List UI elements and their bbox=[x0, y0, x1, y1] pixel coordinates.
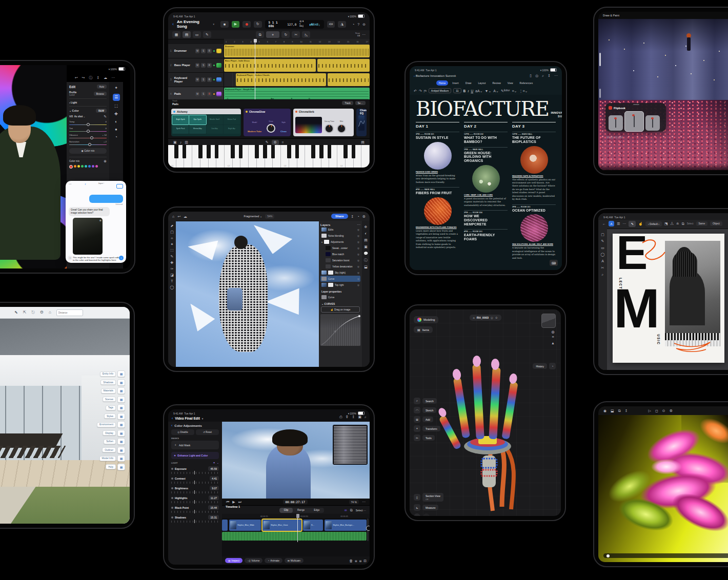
edit-icon[interactable]: ☰ bbox=[113, 94, 120, 101]
flipbook-panel[interactable]: Flipbook bbox=[605, 103, 666, 132]
solo-button[interactable]: S bbox=[201, 92, 206, 96]
record-enable-button[interactable]: R bbox=[207, 63, 212, 68]
layer-row[interactable]: Edits◎ bbox=[320, 226, 360, 233]
drag-handle[interactable] bbox=[633, 104, 639, 105]
track-button[interactable]: Track bbox=[342, 101, 353, 105]
zoom-tool-icon[interactable]: ⌕ bbox=[602, 273, 604, 276]
panel-button-row[interactable]: Outliner▦ bbox=[97, 447, 125, 453]
undo-icon[interactable]: ↩ bbox=[75, 76, 78, 79]
eyedropper-tool-icon[interactable]: ✎ bbox=[171, 255, 174, 258]
alchemy-preset-cell[interactable]: Motion Pad bbox=[224, 115, 240, 125]
settings-icon[interactable]: ⊖ bbox=[362, 23, 366, 26]
rect-tool-icon[interactable]: ▭ bbox=[601, 246, 604, 250]
cloud-icon[interactable]: ☁ bbox=[104, 76, 107, 79]
font-name-select[interactable]: Antipol Medium bbox=[429, 88, 451, 93]
adjustment-slider[interactable]: Brightness9.07 bbox=[171, 486, 219, 493]
project-title[interactable]: An Evening Song bbox=[177, 19, 210, 29]
track-row-bass[interactable]: 2Bass PlayerMSR Bass Player - Indie Disc… bbox=[168, 58, 370, 73]
photoshop-canvas[interactable] bbox=[176, 221, 319, 367]
undo-icon[interactable]: ↩ bbox=[177, 215, 180, 218]
region-bass-2[interactable] bbox=[317, 59, 370, 72]
scrubber-handle[interactable] bbox=[606, 554, 610, 557]
draft-text[interactable]: This might be the one! I made some quick… bbox=[73, 256, 122, 262]
type-tool-icon[interactable]: A bbox=[601, 259, 604, 263]
tab-draw[interactable]: Draw bbox=[463, 80, 474, 86]
append-icon[interactable]: ⊟ bbox=[363, 559, 367, 563]
mute-button[interactable]: M bbox=[195, 77, 200, 82]
color-section[interactable]: ⌄ Color bbox=[69, 109, 79, 112]
inspect-button[interactable]: ▥ Inspect bbox=[225, 558, 242, 563]
document-name[interactable]: Fragmented ⌄ bbox=[244, 215, 262, 218]
opacity-slider[interactable] bbox=[599, 89, 601, 98]
layer-row[interactable]: Sweat…ooster◎ bbox=[320, 245, 360, 251]
record-button[interactable] bbox=[242, 21, 251, 28]
share-button[interactable]: Share bbox=[331, 214, 348, 219]
enhance-button[interactable]: ✦Enhance Light and Color bbox=[171, 452, 219, 459]
more-icon[interactable]: ⋯ bbox=[362, 500, 366, 504]
viewer[interactable] bbox=[222, 422, 370, 499]
animate-button[interactable]: ◔ Animate bbox=[265, 558, 282, 563]
lcd-display[interactable]: 5 1 1 086 127,0 4/4C maj ▮�848; bbox=[265, 20, 324, 29]
count-in-button[interactable]: 434 bbox=[327, 21, 335, 28]
editor-icon[interactable]: ✎ Editor bbox=[501, 89, 510, 93]
slider-ticks[interactable] bbox=[171, 472, 219, 474]
comment-icon[interactable]: 💬 bbox=[363, 252, 368, 255]
brush-tool-icon[interactable]: ✑ bbox=[171, 267, 174, 271]
slider-ticks[interactable] bbox=[171, 482, 219, 484]
chevron-down-icon[interactable]: ▾ bbox=[213, 23, 215, 26]
decay-knob[interactable] bbox=[325, 124, 334, 133]
layer-row-selected[interactable]: Curve◎ bbox=[320, 276, 360, 282]
poster-letter-e[interactable]: E bbox=[616, 235, 646, 272]
settings-button[interactable]: Se… bbox=[355, 101, 366, 105]
panel-button-row[interactable]: Model Info▦ bbox=[97, 455, 125, 462]
eye-icon[interactable]: ◎ bbox=[357, 235, 359, 237]
alchemy-preset-cell[interactable]: Bright Synth bbox=[172, 115, 189, 125]
poster-photo[interactable] bbox=[665, 241, 720, 346]
items-pill[interactable]: ▤Items bbox=[414, 326, 433, 333]
panel-button-icon[interactable]: ▦ bbox=[117, 421, 125, 428]
slider-value[interactable]: 45.59 bbox=[208, 466, 219, 471]
eyedropper-icon[interactable]: ✎ bbox=[104, 115, 107, 118]
record-enable-button[interactable]: R bbox=[207, 77, 212, 82]
volume-button[interactable]: ◁) Volume bbox=[245, 558, 262, 563]
alchemy-preset-cell[interactable]: Bright Arp bbox=[224, 125, 240, 134]
panel-button-icon[interactable]: ▦ bbox=[117, 387, 125, 394]
redo-icon[interactable]: ↷ bbox=[419, 89, 422, 93]
layer-row[interactable]: Sky (right)◎ bbox=[320, 270, 360, 276]
alchemy-preset-cell[interactable]: Minimal Arp bbox=[189, 125, 206, 134]
info-icon[interactable]: ⓘ bbox=[89, 76, 92, 79]
slider-ticks[interactable] bbox=[171, 511, 219, 513]
tab-layout[interactable]: Layout bbox=[475, 80, 488, 86]
file-pill[interactable]: ⌂RH_0003◎⊖ bbox=[470, 315, 501, 321]
app-icon[interactable]: A bbox=[609, 221, 614, 226]
history-icon[interactable]: ◔ bbox=[549, 363, 556, 369]
reset-button[interactable]: ↺ Reset bbox=[196, 429, 219, 435]
overwrite-icon[interactable]: ⧇ bbox=[359, 559, 361, 563]
slider-value[interactable]: 15.44 bbox=[208, 505, 219, 510]
auto-button[interactable]: Auto bbox=[97, 85, 107, 89]
panel-button-icon[interactable]: ▦ bbox=[117, 396, 125, 403]
scissors-tool-icon[interactable]: ✂ bbox=[601, 266, 604, 270]
eye-icon[interactable]: ◎ bbox=[357, 241, 359, 243]
insert-icon[interactable]: ⧉ bbox=[350, 508, 353, 512]
modeling-pill[interactable]: Modeling bbox=[414, 316, 438, 323]
underline-button[interactable]: U bbox=[471, 89, 473, 93]
panel-button-icon[interactable]: ▦ bbox=[117, 413, 125, 420]
italic-button[interactable]: I bbox=[468, 89, 469, 93]
wand-tool-icon[interactable]: ✦ bbox=[171, 242, 174, 246]
layers-icon[interactable]: ⧉ bbox=[618, 409, 621, 412]
flip-icon[interactable]: ⧊ bbox=[671, 222, 674, 225]
edit-mode-segment[interactable]: ClipRangeEdge bbox=[279, 508, 325, 513]
disable-button[interactable]: ◎ Disable bbox=[171, 429, 194, 435]
region-bass[interactable]: Bass Player - Indie Disco bbox=[224, 59, 316, 72]
panel-button-row[interactable]: Display▦ bbox=[97, 430, 125, 437]
panel-button-icon[interactable]: ▦ bbox=[117, 464, 125, 470]
play-icon[interactable]: ▷ bbox=[649, 409, 651, 412]
back-icon[interactable]: ‹ bbox=[171, 424, 172, 427]
highlight-icon[interactable]: ▼⌄ bbox=[485, 89, 492, 93]
layer-properties-item[interactable]: Curve bbox=[320, 294, 360, 300]
panel-button-icon[interactable]: ▦ bbox=[117, 404, 125, 411]
crop-tool-icon[interactable]: ⛶ bbox=[171, 248, 173, 252]
adjustment-slider[interactable]: Black Point15.44 bbox=[171, 505, 219, 513]
adjustment-slider[interactable]: Highlights11.27 bbox=[171, 495, 219, 503]
